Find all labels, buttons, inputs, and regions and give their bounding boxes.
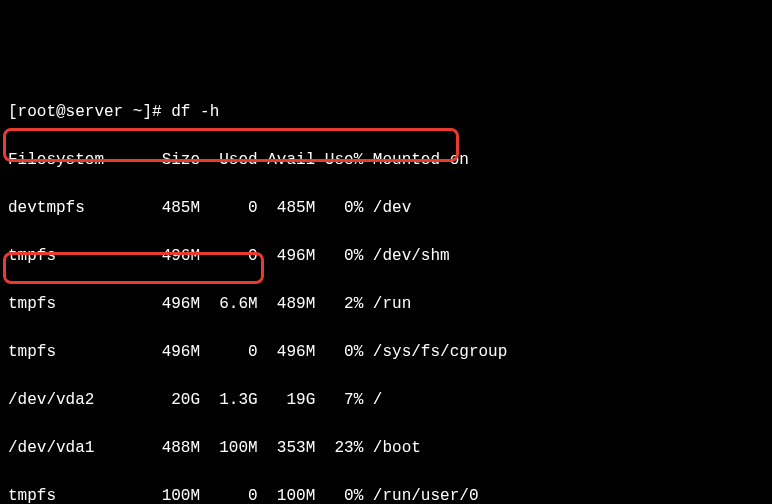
- command-df: df -h: [171, 103, 219, 121]
- df-row: /dev/vda1 488M 100M 353M 23% /boot: [8, 436, 764, 460]
- df-row-highlighted: /dev/vda2 20G 1.3G 19G 7% /: [8, 388, 764, 412]
- df-row: tmpfs 496M 6.6M 489M 2% /run: [8, 292, 764, 316]
- df-header: Filesystem Size Used Avail Use% Mounted …: [8, 148, 764, 172]
- df-row: devtmpfs 485M 0 485M 0% /dev: [8, 196, 764, 220]
- df-row: tmpfs 496M 0 496M 0% /sys/fs/cgroup: [8, 340, 764, 364]
- df-row: tmpfs 100M 0 100M 0% /run/user/0: [8, 484, 764, 504]
- prompt-line-1[interactable]: [root@server ~]# df -h: [8, 100, 764, 124]
- prompt-prefix: [root@server ~]#: [8, 103, 171, 121]
- df-row: tmpfs 496M 0 496M 0% /dev/shm: [8, 244, 764, 268]
